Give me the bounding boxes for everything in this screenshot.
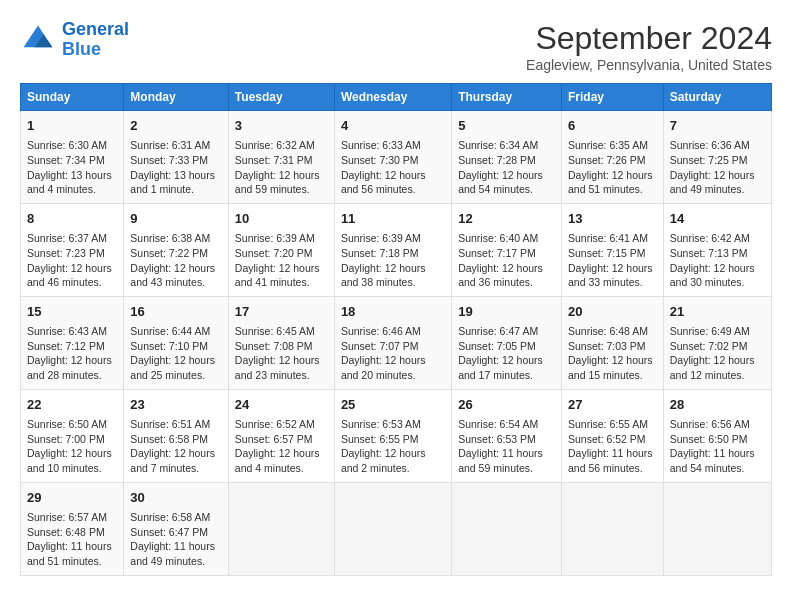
sunrise-label: Sunrise: 6:48 AM [568, 325, 648, 337]
sunset-label: Sunset: 7:05 PM [458, 340, 536, 352]
day-number: 9 [130, 210, 222, 228]
day-number: 28 [670, 396, 765, 414]
calendar-cell-9: 9Sunrise: 6:38 AMSunset: 7:22 PMDaylight… [124, 203, 229, 296]
day-number: 24 [235, 396, 328, 414]
daylight-label: Daylight: 11 hours and 51 minutes. [27, 540, 112, 567]
day-number: 25 [341, 396, 445, 414]
day-number: 5 [458, 117, 555, 135]
sunset-label: Sunset: 7:18 PM [341, 247, 419, 259]
sunrise-label: Sunrise: 6:42 AM [670, 232, 750, 244]
sunset-label: Sunset: 6:50 PM [670, 433, 748, 445]
title-block: September 2024 Eagleview, Pennsylvania, … [526, 20, 772, 73]
sunrise-label: Sunrise: 6:34 AM [458, 139, 538, 151]
sunset-label: Sunset: 7:13 PM [670, 247, 748, 259]
calendar-cell-5: 5Sunrise: 6:34 AMSunset: 7:28 PMDaylight… [452, 111, 562, 204]
calendar-cell-2: 2Sunrise: 6:31 AMSunset: 7:33 PMDaylight… [124, 111, 229, 204]
sunset-label: Sunset: 6:57 PM [235, 433, 313, 445]
header-wednesday: Wednesday [334, 84, 451, 111]
logo-text: General Blue [62, 20, 129, 60]
sunset-label: Sunset: 7:03 PM [568, 340, 646, 352]
sunrise-label: Sunrise: 6:39 AM [235, 232, 315, 244]
day-number: 27 [568, 396, 657, 414]
sunrise-label: Sunrise: 6:43 AM [27, 325, 107, 337]
sunrise-label: Sunrise: 6:33 AM [341, 139, 421, 151]
daylight-label: Daylight: 12 hours and 7 minutes. [130, 447, 215, 474]
sunset-label: Sunset: 7:30 PM [341, 154, 419, 166]
day-number: 18 [341, 303, 445, 321]
sunset-label: Sunset: 7:02 PM [670, 340, 748, 352]
sunrise-label: Sunrise: 6:57 AM [27, 511, 107, 523]
sunrise-label: Sunrise: 6:54 AM [458, 418, 538, 430]
header-tuesday: Tuesday [228, 84, 334, 111]
daylight-label: Daylight: 12 hours and 59 minutes. [235, 169, 320, 196]
daylight-label: Daylight: 12 hours and 12 minutes. [670, 354, 755, 381]
daylight-label: Daylight: 12 hours and 36 minutes. [458, 262, 543, 289]
sunrise-label: Sunrise: 6:39 AM [341, 232, 421, 244]
header-thursday: Thursday [452, 84, 562, 111]
daylight-label: Daylight: 12 hours and 2 minutes. [341, 447, 426, 474]
calendar-cell-7: 7Sunrise: 6:36 AMSunset: 7:25 PMDaylight… [663, 111, 771, 204]
day-number: 29 [27, 489, 117, 507]
calendar-cell-15: 15Sunrise: 6:43 AMSunset: 7:12 PMDayligh… [21, 296, 124, 389]
sunrise-label: Sunrise: 6:58 AM [130, 511, 210, 523]
sunset-label: Sunset: 7:15 PM [568, 247, 646, 259]
day-number: 3 [235, 117, 328, 135]
calendar-cell-19: 19Sunrise: 6:47 AMSunset: 7:05 PMDayligh… [452, 296, 562, 389]
calendar-cell-empty-2 [228, 482, 334, 575]
sunrise-label: Sunrise: 6:55 AM [568, 418, 648, 430]
logo-line1: General [62, 19, 129, 39]
daylight-label: Daylight: 12 hours and 46 minutes. [27, 262, 112, 289]
logo-line2: Blue [62, 39, 101, 59]
daylight-label: Daylight: 12 hours and 28 minutes. [27, 354, 112, 381]
sunrise-label: Sunrise: 6:46 AM [341, 325, 421, 337]
sunrise-label: Sunrise: 6:44 AM [130, 325, 210, 337]
calendar-cell-10: 10Sunrise: 6:39 AMSunset: 7:20 PMDayligh… [228, 203, 334, 296]
day-number: 21 [670, 303, 765, 321]
day-number: 11 [341, 210, 445, 228]
sunset-label: Sunset: 7:08 PM [235, 340, 313, 352]
calendar-cell-8: 8Sunrise: 6:37 AMSunset: 7:23 PMDaylight… [21, 203, 124, 296]
sunrise-label: Sunrise: 6:37 AM [27, 232, 107, 244]
sunset-label: Sunset: 7:10 PM [130, 340, 208, 352]
daylight-label: Daylight: 12 hours and 25 minutes. [130, 354, 215, 381]
sunrise-label: Sunrise: 6:41 AM [568, 232, 648, 244]
calendar-row-4: 22Sunrise: 6:50 AMSunset: 7:00 PMDayligh… [21, 389, 772, 482]
calendar-cell-1: 1Sunrise: 6:30 AMSunset: 7:34 PMDaylight… [21, 111, 124, 204]
day-number: 15 [27, 303, 117, 321]
calendar-cell-20: 20Sunrise: 6:48 AMSunset: 7:03 PMDayligh… [561, 296, 663, 389]
day-number: 1 [27, 117, 117, 135]
weekday-header-row: Sunday Monday Tuesday Wednesday Thursday… [21, 84, 772, 111]
sunset-label: Sunset: 7:25 PM [670, 154, 748, 166]
daylight-label: Daylight: 12 hours and 54 minutes. [458, 169, 543, 196]
sunrise-label: Sunrise: 6:36 AM [670, 139, 750, 151]
calendar-cell-14: 14Sunrise: 6:42 AMSunset: 7:13 PMDayligh… [663, 203, 771, 296]
day-number: 23 [130, 396, 222, 414]
sunrise-label: Sunrise: 6:35 AM [568, 139, 648, 151]
daylight-label: Daylight: 12 hours and 56 minutes. [341, 169, 426, 196]
calendar-cell-11: 11Sunrise: 6:39 AMSunset: 7:18 PMDayligh… [334, 203, 451, 296]
sunset-label: Sunset: 6:47 PM [130, 526, 208, 538]
day-number: 16 [130, 303, 222, 321]
calendar-cell-17: 17Sunrise: 6:45 AMSunset: 7:08 PMDayligh… [228, 296, 334, 389]
calendar-cell-12: 12Sunrise: 6:40 AMSunset: 7:17 PMDayligh… [452, 203, 562, 296]
daylight-label: Daylight: 12 hours and 17 minutes. [458, 354, 543, 381]
calendar-table: Sunday Monday Tuesday Wednesday Thursday… [20, 83, 772, 576]
daylight-label: Daylight: 12 hours and 15 minutes. [568, 354, 653, 381]
sunset-label: Sunset: 7:31 PM [235, 154, 313, 166]
sunrise-label: Sunrise: 6:30 AM [27, 139, 107, 151]
day-number: 30 [130, 489, 222, 507]
daylight-label: Daylight: 12 hours and 4 minutes. [235, 447, 320, 474]
daylight-label: Daylight: 11 hours and 54 minutes. [670, 447, 755, 474]
day-number: 22 [27, 396, 117, 414]
calendar-cell-24: 24Sunrise: 6:52 AMSunset: 6:57 PMDayligh… [228, 389, 334, 482]
daylight-label: Daylight: 12 hours and 43 minutes. [130, 262, 215, 289]
calendar-cell-empty-3 [334, 482, 451, 575]
calendar-cell-27: 27Sunrise: 6:55 AMSunset: 6:52 PMDayligh… [561, 389, 663, 482]
calendar-cell-3: 3Sunrise: 6:32 AMSunset: 7:31 PMDaylight… [228, 111, 334, 204]
calendar-row-3: 15Sunrise: 6:43 AMSunset: 7:12 PMDayligh… [21, 296, 772, 389]
daylight-label: Daylight: 12 hours and 30 minutes. [670, 262, 755, 289]
header-sunday: Sunday [21, 84, 124, 111]
header-saturday: Saturday [663, 84, 771, 111]
sunset-label: Sunset: 7:07 PM [341, 340, 419, 352]
calendar-cell-28: 28Sunrise: 6:56 AMSunset: 6:50 PMDayligh… [663, 389, 771, 482]
